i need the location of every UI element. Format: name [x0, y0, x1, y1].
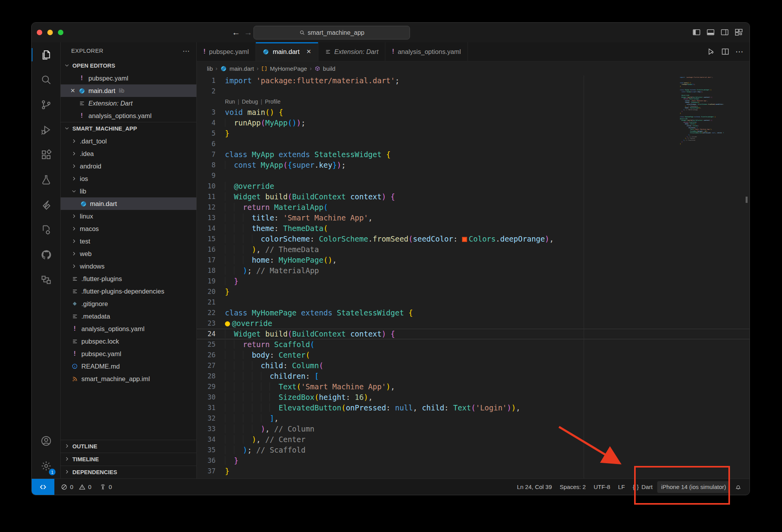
code-line-12[interactable]: 12 return MaterialApp( — [197, 202, 750, 213]
close-editor-icon[interactable]: ✕ — [68, 87, 78, 94]
codelens-profile-link[interactable]: Profile — [265, 97, 280, 107]
tree-item-.gitignore[interactable]: .gitignore — [61, 297, 196, 310]
code-line-6[interactable]: 6 — [197, 139, 750, 149]
code-line-3[interactable]: 3void main() { — [197, 107, 750, 118]
code-line-23[interactable]: 23@override — [197, 318, 750, 329]
tree-item-.flutter-plugins[interactable]: .flutter-plugins — [61, 272, 196, 285]
tree-item-README.md[interactable]: README.md — [61, 360, 196, 373]
code-line-24[interactable]: 24 Widget build(BuildContext context) { — [197, 329, 750, 339]
tab-analysis_options.yaml[interactable]: !analysis_options.yaml — [385, 42, 468, 61]
code-line-2[interactable]: 2 — [197, 86, 750, 97]
tree-item-pubspec.yaml[interactable]: !pubspec.yaml — [61, 348, 196, 360]
tree-item-ios[interactable]: ios — [61, 172, 196, 185]
code-line-18[interactable]: 18 ); // MaterialApp — [197, 265, 750, 276]
close-tab-icon[interactable]: ✕ — [306, 48, 311, 55]
close-window-button[interactable] — [37, 30, 42, 35]
toggle-primary-sidebar-icon[interactable] — [692, 28, 701, 37]
code-line-19[interactable]: 19 } — [197, 276, 750, 287]
tab-main.dart[interactable]: main.dart✕ — [256, 42, 318, 61]
activity-item-run-and-debug[interactable] — [32, 117, 60, 142]
code-editor[interactable]: 1import 'package:flutter/material.dart';… — [197, 75, 750, 478]
activity-item-source-control[interactable] — [32, 92, 60, 117]
code-line-25[interactable]: 25 return Scaffold( — [197, 339, 750, 350]
activity-item-flutter[interactable] — [32, 192, 60, 217]
tree-item-smart_machine_app.iml[interactable]: smart_machine_app.iml — [61, 373, 196, 385]
tree-item-pubspec.lock[interactable]: pubspec.lock — [61, 335, 196, 348]
problems-status[interactable]: 0 0 — [57, 484, 95, 491]
code-line-1[interactable]: 1import 'package:flutter/material.dart'; — [197, 75, 750, 86]
code-line-27[interactable]: 27 child: Column( — [197, 360, 750, 371]
tree-item-.flutter-plugins-dependencies[interactable]: .flutter-plugins-dependencies — [61, 285, 196, 297]
code-line-34[interactable]: 34 ), // Center — [197, 434, 750, 445]
tree-item-linux[interactable]: linux — [61, 210, 196, 222]
status-encoding[interactable]: UTF-8 — [590, 484, 614, 490]
code-line-5[interactable]: 5} — [197, 128, 750, 139]
status-cursor-position[interactable]: Ln 24, Col 39 — [513, 484, 556, 490]
status-notifications[interactable] — [731, 484, 746, 491]
open-editors-header[interactable]: OPEN EDITORS — [61, 59, 196, 72]
tree-item-main.dart[interactable]: main.dart — [61, 197, 196, 210]
sidebar-section-outline[interactable]: OUTLINE — [61, 440, 196, 453]
tree-item-.dart_tool[interactable]: .dart_tool — [61, 135, 196, 147]
sidebar-section-dependencies[interactable]: DEPENDENCIES — [61, 466, 196, 478]
activity-item-explorer[interactable] — [32, 42, 60, 67]
code-line-15[interactable]: 15 colorScheme: ColorScheme.fromSeed(see… — [197, 234, 750, 244]
sidebar-section-timeline[interactable]: TIMELINE — [61, 453, 196, 466]
tab-pubspec.yaml[interactable]: !pubspec.yaml — [197, 42, 256, 61]
tree-item-web[interactable]: web — [61, 247, 196, 260]
code-line-36[interactable]: 36 } — [197, 455, 750, 466]
project-root-header[interactable]: SMART_MACHINE_APP — [61, 122, 196, 135]
code-line-11[interactable]: 11 Widget build(BuildContext context) { — [197, 192, 750, 202]
split-editor-icon[interactable] — [721, 47, 730, 56]
code-line-10[interactable]: 10 @override — [197, 181, 750, 192]
ports-status[interactable]: 0 — [95, 484, 116, 491]
tree-item-.idea[interactable]: .idea — [61, 147, 196, 160]
code-line-20[interactable]: 20} — [197, 287, 750, 297]
tree-item-windows[interactable]: windows — [61, 260, 196, 272]
tree-item-lib[interactable]: lib — [61, 185, 196, 197]
scrollbar-thumb[interactable] — [746, 197, 748, 203]
code-line-13[interactable]: 13 title: 'Smart Machine App', — [197, 213, 750, 223]
code-line-7[interactable]: 7class MyApp extends StatelessWidget { — [197, 149, 750, 160]
run-debug-dropdown-icon[interactable] — [706, 47, 715, 56]
code-line-8[interactable]: 8 const MyApp({super.key}); — [197, 160, 750, 170]
more-actions-icon[interactable]: ⋯ — [735, 47, 743, 56]
remote-indicator[interactable] — [32, 479, 54, 495]
open-editor-Extension: Dart[interactable]: Extension: Dart — [61, 97, 196, 109]
breadcrumb-item[interactable]: main.dart — [230, 65, 254, 72]
code-line-35[interactable]: 35 ); // Scaffold — [197, 445, 750, 455]
activity-item-search[interactable] — [32, 67, 60, 92]
back-button[interactable]: ← — [232, 27, 240, 38]
code-line-21[interactable]: 21 — [197, 297, 750, 308]
code-line-14[interactable]: 14 theme: ThemeData( — [197, 223, 750, 234]
toggle-secondary-sidebar-icon[interactable] — [720, 28, 729, 37]
code-line-26[interactable]: 26 body: Center( — [197, 350, 750, 360]
command-center-search[interactable]: smart_machine_app — [253, 26, 410, 39]
codelens-debug-link[interactable]: Debug — [242, 97, 258, 107]
activity-item-accounts[interactable] — [32, 428, 60, 453]
code-line-16[interactable]: 16 ), // ThemeData — [197, 244, 750, 255]
activity-item-extensions[interactable] — [32, 142, 60, 167]
code-line-4[interactable]: 4 runApp(MyApp()); — [197, 118, 750, 128]
code-line-22[interactable]: 22class MyHomePage extends StatelessWidg… — [197, 308, 750, 318]
breadcrumb-item[interactable]: build — [323, 65, 336, 72]
toggle-panel-icon[interactable] — [706, 28, 715, 37]
open-editor-pubspec.yaml[interactable]: !pubspec.yaml — [61, 72, 196, 84]
tree-item-analysis_options.yaml[interactable]: !analysis_options.yaml — [61, 322, 196, 335]
code-line-28[interactable]: 28 children: [ — [197, 371, 750, 382]
tree-item-test[interactable]: test — [61, 235, 196, 247]
activity-item-github[interactable] — [32, 242, 60, 267]
tree-item-android[interactable]: android — [61, 160, 196, 172]
breadcrumb-item[interactable]: MyHomePage — [270, 65, 307, 72]
code-line-9[interactable]: 9 — [197, 170, 750, 181]
minimap[interactable]: import 'package:flutter/material.dart'; … — [680, 77, 724, 147]
customize-layout-icon[interactable] — [734, 28, 743, 37]
code-line-32[interactable]: 32 ], — [197, 413, 750, 424]
code-line-31[interactable]: 31 ElevatedButton(onPressed: null, child… — [197, 403, 750, 413]
activity-item-settings[interactable]: 1 — [32, 453, 60, 478]
code-line-29[interactable]: 29 Text('Smart Machine App'), — [197, 382, 750, 392]
status-eol[interactable]: LF — [614, 484, 629, 490]
activity-item-remote-explorer[interactable] — [32, 267, 60, 292]
views-more-actions-icon[interactable]: ⋯ — [183, 47, 190, 56]
tab-Extension: Dart[interactable]: Extension: Dart — [318, 42, 386, 61]
